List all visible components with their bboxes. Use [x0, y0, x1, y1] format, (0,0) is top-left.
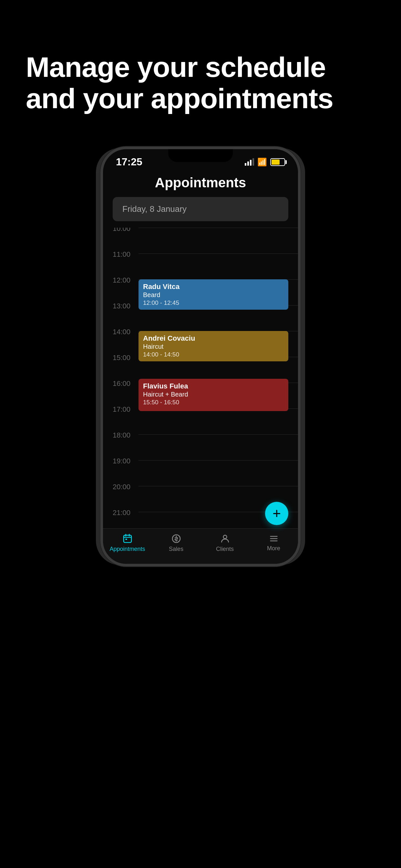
status-icons: 📶 [245, 158, 285, 166]
time-row-1000: 10:00 [103, 228, 298, 253]
time-label-1400: 14:00 [113, 328, 138, 336]
apt-radu-time: 12:00 - 12:45 [143, 299, 284, 306]
apt-flavius-service: Haircut + Beard [143, 391, 284, 398]
nav-label-sales: Sales [169, 546, 183, 553]
nav-item-more[interactable]: More [249, 534, 298, 552]
svg-rect-4 [125, 538, 127, 540]
time-label-1200: 12:00 [113, 276, 138, 284]
phone-mockup: 17:25 📶 Appointments [0, 134, 401, 566]
wifi-icon: 📶 [257, 158, 267, 166]
time-label-1900: 19:00 [113, 457, 138, 465]
svg-point-6 [223, 535, 227, 538]
time-label-2000: 20:00 [113, 483, 138, 491]
time-label-2100: 21:00 [113, 508, 138, 517]
fab-fixed-icon: + [273, 506, 281, 521]
date-label: Friday, 8 January [122, 204, 187, 214]
appointment-flavius[interactable]: Flavius Fulea Haircut + Beard 15:50 - 16… [138, 379, 288, 411]
hero-title: Manage your schedule and your appointmen… [0, 0, 401, 134]
signal-icon [245, 158, 254, 166]
time-line-1700 [138, 408, 298, 434]
apt-andrei-time: 14:00 - 14:50 [143, 351, 284, 358]
phone-frame: 17:25 📶 Appointments [100, 147, 301, 566]
time-label-1000: 10:00 [113, 228, 138, 233]
time-row-1700: 17:00 [103, 408, 298, 434]
time-label-1600: 16:00 [113, 379, 138, 388]
apt-andrei-service: Haircut [143, 343, 284, 350]
time-label-1500: 15:00 [113, 353, 138, 362]
time-line-1800 [138, 434, 298, 460]
apt-radu-service: Beard [143, 291, 284, 299]
app-header: Appointments [103, 172, 298, 197]
time-label-1700: 17:00 [113, 405, 138, 414]
phone-screen: 17:25 📶 Appointments [103, 149, 298, 564]
appointment-andrei[interactable]: Andrei Covaciu Haircut 14:00 - 14:50 [138, 331, 288, 361]
time-line-1000 [138, 228, 298, 253]
appointment-radu[interactable]: Radu Vitca Beard 12:00 - 12:45 [138, 279, 288, 310]
nav-label-more: More [267, 545, 280, 552]
nav-item-clients[interactable]: Clients [201, 533, 249, 553]
nav-item-sales[interactable]: Sales [152, 533, 201, 553]
nav-item-appointments[interactable]: Appointments [103, 533, 152, 553]
timeline-area: 10:00 11:00 12:00 13:00 [103, 228, 298, 528]
time-rows: 10:00 11:00 12:00 13:00 [103, 228, 298, 528]
add-appointment-fab-fixed[interactable]: + [265, 502, 288, 525]
clients-icon [220, 533, 230, 544]
app-title: Appointments [116, 175, 285, 190]
time-row-1900: 19:00 [103, 460, 298, 486]
time-line-1100 [138, 253, 298, 279]
date-selector[interactable]: Friday, 8 January [113, 197, 288, 221]
apt-andrei-name: Andrei Covaciu [143, 334, 284, 343]
time-line-1900 [138, 460, 298, 486]
time-row-1800: 18:00 [103, 434, 298, 460]
time-label-1800: 18:00 [113, 431, 138, 439]
calendar-scroll[interactable]: 10:00 11:00 12:00 13:00 [103, 228, 298, 528]
nav-label-appointments: Appointments [110, 546, 145, 553]
phone-notch [168, 149, 233, 162]
svg-rect-0 [124, 535, 131, 542]
time-row-1100: 11:00 [103, 253, 298, 279]
apt-flavius-name: Flavius Fulea [143, 382, 284, 391]
time-label-1100: 11:00 [113, 250, 138, 259]
apt-flavius-time: 15:50 - 16:50 [143, 399, 284, 406]
more-icon [269, 534, 279, 543]
time-label-1300: 13:00 [113, 302, 138, 310]
bottom-nav: Appointments Sales Clients [103, 528, 298, 564]
nav-label-clients: Clients [216, 546, 234, 553]
sales-icon [171, 533, 181, 544]
status-time: 17:25 [116, 156, 143, 168]
calendar-icon [122, 533, 133, 544]
battery-icon [270, 158, 285, 166]
apt-radu-name: Radu Vitca [143, 283, 284, 291]
